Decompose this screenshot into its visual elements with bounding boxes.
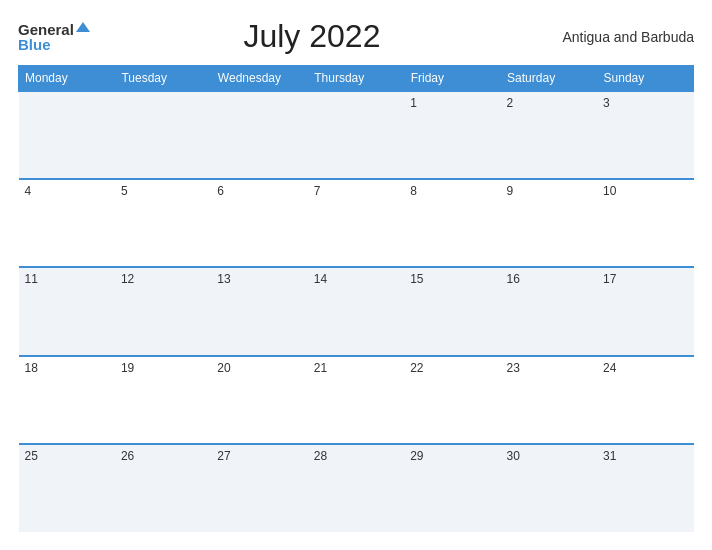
calendar-page: General Blue July 2022 Antigua and Barbu… xyxy=(0,0,712,550)
calendar-week-row: 25262728293031 xyxy=(19,444,694,532)
day-number: 8 xyxy=(410,184,417,198)
calendar-day-cell: 17 xyxy=(597,267,693,355)
logo-general-text: General xyxy=(18,22,74,37)
calendar-day-cell: 29 xyxy=(404,444,500,532)
day-number: 20 xyxy=(217,361,230,375)
calendar-day-header: Monday xyxy=(19,66,115,92)
day-number: 29 xyxy=(410,449,423,463)
calendar-day-cell: 18 xyxy=(19,356,115,444)
day-number: 19 xyxy=(121,361,134,375)
calendar-day-cell: 5 xyxy=(115,179,211,267)
day-number: 31 xyxy=(603,449,616,463)
calendar-table: MondayTuesdayWednesdayThursdayFridaySatu… xyxy=(18,65,694,532)
day-number: 26 xyxy=(121,449,134,463)
calendar-day-cell: 10 xyxy=(597,179,693,267)
calendar-week-row: 123 xyxy=(19,91,694,179)
day-number: 28 xyxy=(314,449,327,463)
calendar-day-cell xyxy=(308,91,404,179)
calendar-day-cell: 1 xyxy=(404,91,500,179)
calendar-day-cell: 12 xyxy=(115,267,211,355)
calendar-day-cell: 4 xyxy=(19,179,115,267)
calendar-day-cell: 14 xyxy=(308,267,404,355)
calendar-day-cell: 26 xyxy=(115,444,211,532)
day-number: 7 xyxy=(314,184,321,198)
calendar-day-cell: 20 xyxy=(211,356,307,444)
calendar-day-cell: 31 xyxy=(597,444,693,532)
day-number: 6 xyxy=(217,184,224,198)
day-number: 27 xyxy=(217,449,230,463)
calendar-day-cell xyxy=(19,91,115,179)
calendar-day-cell: 9 xyxy=(501,179,597,267)
calendar-week-row: 18192021222324 xyxy=(19,356,694,444)
day-number: 5 xyxy=(121,184,128,198)
calendar-day-cell: 22 xyxy=(404,356,500,444)
calendar-day-cell: 16 xyxy=(501,267,597,355)
calendar-day-cell: 6 xyxy=(211,179,307,267)
calendar-day-cell xyxy=(211,91,307,179)
calendar-day-header: Wednesday xyxy=(211,66,307,92)
calendar-day-cell: 21 xyxy=(308,356,404,444)
day-number: 30 xyxy=(507,449,520,463)
day-number: 4 xyxy=(25,184,32,198)
calendar-day-cell: 23 xyxy=(501,356,597,444)
country-label: Antigua and Barbuda xyxy=(534,29,694,45)
calendar-week-row: 11121314151617 xyxy=(19,267,694,355)
calendar-title: July 2022 xyxy=(90,18,534,55)
day-number: 11 xyxy=(25,272,38,286)
calendar-day-cell: 15 xyxy=(404,267,500,355)
day-number: 23 xyxy=(507,361,520,375)
calendar-day-header: Thursday xyxy=(308,66,404,92)
calendar-day-cell: 30 xyxy=(501,444,597,532)
calendar-day-cell: 3 xyxy=(597,91,693,179)
day-number: 22 xyxy=(410,361,423,375)
calendar-day-cell: 11 xyxy=(19,267,115,355)
day-number: 1 xyxy=(410,96,417,110)
calendar-day-cell: 27 xyxy=(211,444,307,532)
day-number: 17 xyxy=(603,272,616,286)
calendar-day-cell: 19 xyxy=(115,356,211,444)
calendar-day-cell: 8 xyxy=(404,179,500,267)
calendar-day-cell: 25 xyxy=(19,444,115,532)
calendar-day-cell: 7 xyxy=(308,179,404,267)
header: General Blue July 2022 Antigua and Barbu… xyxy=(18,18,694,55)
day-number: 2 xyxy=(507,96,514,110)
calendar-day-cell: 24 xyxy=(597,356,693,444)
day-number: 24 xyxy=(603,361,616,375)
logo-blue-text: Blue xyxy=(18,37,51,52)
day-number: 13 xyxy=(217,272,230,286)
day-number: 15 xyxy=(410,272,423,286)
day-number: 10 xyxy=(603,184,616,198)
calendar-day-header: Sunday xyxy=(597,66,693,92)
calendar-day-cell: 28 xyxy=(308,444,404,532)
calendar-day-header: Tuesday xyxy=(115,66,211,92)
logo-triangle-icon xyxy=(76,22,90,32)
calendar-day-cell: 2 xyxy=(501,91,597,179)
day-number: 18 xyxy=(25,361,38,375)
calendar-day-header: Friday xyxy=(404,66,500,92)
logo: General Blue xyxy=(18,22,90,52)
day-number: 21 xyxy=(314,361,327,375)
calendar-header-row: MondayTuesdayWednesdayThursdayFridaySatu… xyxy=(19,66,694,92)
calendar-day-cell xyxy=(115,91,211,179)
day-number: 25 xyxy=(25,449,38,463)
calendar-day-header: Saturday xyxy=(501,66,597,92)
calendar-week-row: 45678910 xyxy=(19,179,694,267)
day-number: 16 xyxy=(507,272,520,286)
calendar-day-cell: 13 xyxy=(211,267,307,355)
day-number: 12 xyxy=(121,272,134,286)
day-number: 3 xyxy=(603,96,610,110)
day-number: 14 xyxy=(314,272,327,286)
day-number: 9 xyxy=(507,184,514,198)
